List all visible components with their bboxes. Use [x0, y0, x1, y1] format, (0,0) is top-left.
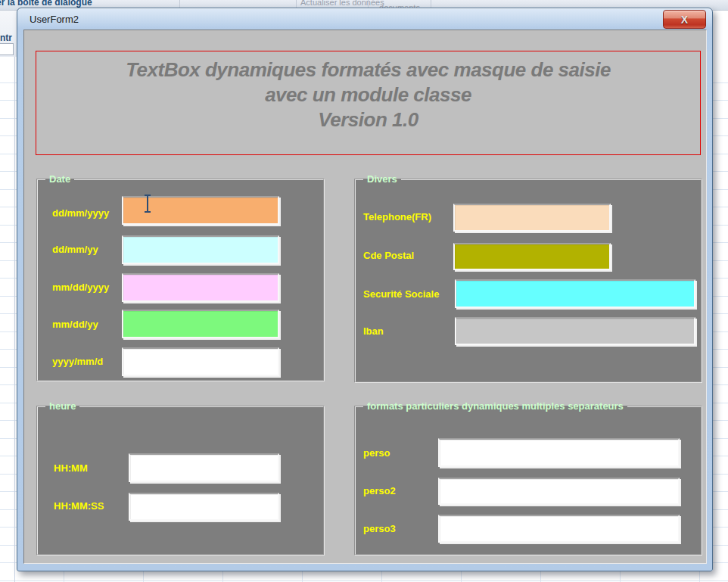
window-titlebar[interactable]: UserForm2 X: [18, 8, 711, 30]
textbox-perso[interactable]: [438, 438, 680, 467]
ribbon-dialog-launcher-label: er la boîte de dialogue: [0, 0, 92, 8]
header-line-1: TextBox dynamiques formatés avec masque …: [36, 58, 700, 82]
screen: er la boîte de dialogue Actualiser les d…: [0, 0, 728, 582]
frame-heure-caption: heure: [45, 400, 79, 412]
header-line-3: Version 1.0: [36, 107, 700, 132]
text-cursor-icon: [144, 195, 151, 213]
header-line-2: avec un module classe: [36, 82, 700, 107]
label-hh-mm: HH:MM: [54, 462, 88, 474]
label-dd-mm-yyyy: dd/mm/yyyy: [52, 207, 109, 219]
frame-formats-particuliers: formats particuliers dynamiques multiple…: [354, 400, 702, 556]
close-icon: X: [681, 14, 688, 26]
label-telephone-fr: Telephone(FR): [363, 211, 431, 223]
label-yyyy-mm-d: yyyy/mm/d: [52, 356, 103, 367]
textbox-securite-sociale[interactable]: [455, 279, 695, 308]
label-securite-sociale: Securité Sociale: [363, 288, 439, 300]
window-title: UserForm2: [30, 14, 79, 25]
frame-divers-caption: Divers: [363, 173, 401, 185]
label-mm-dd-yyyy: mm/dd/yyyy: [52, 282, 109, 293]
frame-divers: Divers Telephone(FR) Cde Postal Securité…: [354, 173, 702, 383]
textbox-yyyy-mm-d[interactable]: [122, 347, 279, 376]
close-button[interactable]: X: [663, 10, 706, 29]
frame-heure: heure HH:MM HH:MM:SS: [36, 400, 325, 556]
label-perso: perso: [363, 447, 390, 459]
excel-left-text-fragment: ntr: [0, 33, 12, 43]
label-perso2: perso2: [363, 485, 396, 496]
textbox-dd-mm-yy[interactable]: [122, 235, 279, 264]
frame-date-caption: Date: [45, 173, 74, 185]
label-dd-mm-yy: dd/mm/yy: [52, 244, 98, 255]
textbox-perso2[interactable]: [438, 478, 680, 505]
label-cde-postal: Cde Postal: [363, 250, 414, 261]
textbox-hh-mm[interactable]: [129, 453, 279, 482]
form-client-area: TextBox dynamiques formatés avec masque …: [23, 30, 707, 564]
textbox-perso3[interactable]: [438, 515, 680, 543]
excel-gridline: [14, 57, 15, 582]
excel-name-box: [0, 43, 14, 55]
form-header-label: TextBox dynamiques formatés avec masque …: [36, 51, 701, 155]
userform-window: UserForm2 X TextBox dynamiques formatés …: [17, 8, 713, 571]
label-mm-dd-yy: mm/dd/yy: [52, 319, 98, 330]
frame-date: Date dd/mm/yyyy dd/mm/yy mm/dd/yyyy mm/d…: [36, 173, 325, 381]
textbox-hh-mm-ss[interactable]: [129, 493, 279, 521]
frame-formats-caption: formats particuliers dynamiques multiple…: [363, 400, 627, 412]
label-perso3: perso3: [363, 523, 396, 534]
textbox-iban[interactable]: [455, 317, 695, 345]
textbox-telephone-fr[interactable]: [453, 204, 611, 232]
textbox-cde-postal[interactable]: [453, 243, 611, 270]
label-hh-mm-ss: HH:MM:SS: [54, 500, 104, 512]
textbox-mm-dd-yyyy[interactable]: [122, 273, 279, 302]
textbox-mm-dd-yy[interactable]: [122, 310, 279, 338]
label-iban: Iban: [363, 325, 384, 337]
